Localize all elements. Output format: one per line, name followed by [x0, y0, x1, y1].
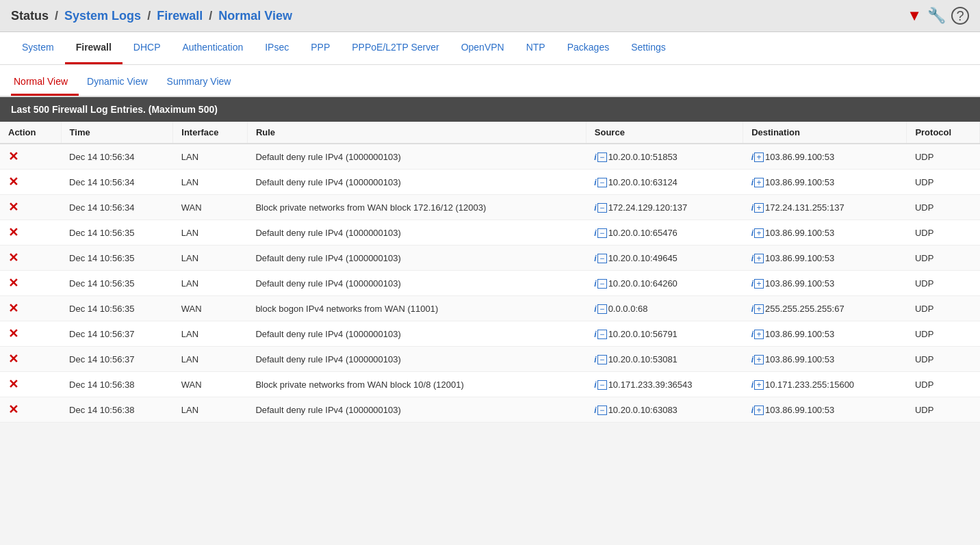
protocol-cell: UDP: [907, 195, 980, 220]
dest-address: 103.86.99.100:53: [765, 253, 834, 263]
breadcrumb-firewall[interactable]: Firewall: [157, 9, 203, 23]
action-cell[interactable]: ✕: [0, 220, 61, 245]
source-info-icon[interactable]: i: [594, 304, 596, 314]
breadcrumb: Status / System Logs / Firewall / Normal…: [11, 9, 292, 23]
source-minus-icon[interactable]: −: [597, 203, 607, 213]
dest-plus-icon[interactable]: +: [754, 380, 764, 390]
source-minus-icon[interactable]: −: [597, 254, 607, 263]
destination-cell: i+103.86.99.100:53: [743, 347, 907, 372]
destination-cell: i+103.86.99.100:53: [743, 321, 907, 347]
source-address: 10.20.0.10:64260: [608, 278, 678, 289]
breadcrumb-normal-view[interactable]: Normal View: [218, 9, 292, 23]
dest-info-icon[interactable]: i: [751, 152, 753, 162]
protocol-cell: UDP: [907, 220, 980, 245]
source-minus-icon[interactable]: −: [597, 355, 607, 364]
source-minus-icon[interactable]: −: [597, 152, 607, 162]
tab-openvpn[interactable]: OpenVPN: [450, 32, 515, 64]
dest-plus-icon[interactable]: +: [754, 203, 764, 213]
interface-cell: WAN: [173, 372, 248, 397]
source-minus-icon[interactable]: −: [597, 330, 607, 339]
action-cell[interactable]: ✕: [0, 347, 61, 372]
source-minus-icon[interactable]: −: [597, 228, 607, 238]
table-header: Last 500 Firewall Log Entries. (Maximum …: [0, 97, 980, 122]
tab-system[interactable]: System: [11, 32, 65, 64]
tab-authentication[interactable]: Authentication: [172, 32, 255, 64]
tab-dhcp[interactable]: DHCP: [122, 32, 172, 64]
protocol-cell: UDP: [907, 321, 980, 347]
subtab-dynamic-view[interactable]: Dynamic View: [84, 70, 158, 96]
time-cell: Dec 14 10:56:35: [61, 296, 173, 321]
dest-info-icon[interactable]: i: [751, 380, 753, 390]
dest-info-icon[interactable]: i: [751, 228, 753, 238]
action-cell[interactable]: ✕: [0, 245, 61, 271]
source-cell: i−10.20.0.10:53081: [586, 347, 743, 372]
table-header-row: Action Time Interface Rule Source Destin…: [0, 122, 980, 144]
tab-ppp[interactable]: PPP: [300, 32, 341, 64]
source-minus-icon[interactable]: −: [597, 178, 607, 187]
action-cell[interactable]: ✕: [0, 321, 61, 347]
source-info-icon[interactable]: i: [594, 279, 596, 289]
source-address: 10.20.0.10:63083: [608, 405, 678, 415]
tab-ntp[interactable]: NTP: [515, 32, 556, 64]
tab-settings[interactable]: Settings: [620, 32, 677, 64]
help-icon[interactable]: ?: [951, 7, 969, 25]
dest-plus-icon[interactable]: +: [754, 406, 764, 415]
action-cell[interactable]: ✕: [0, 195, 61, 220]
source-info-icon[interactable]: i: [594, 203, 596, 213]
tab-ipsec[interactable]: IPsec: [254, 32, 300, 64]
source-minus-icon[interactable]: −: [597, 380, 607, 390]
tab-packages[interactable]: Packages: [556, 32, 620, 64]
source-info-icon[interactable]: i: [594, 330, 596, 339]
action-cell[interactable]: ✕: [0, 296, 61, 321]
action-cell[interactable]: ✕: [0, 271, 61, 296]
interface-cell: LAN: [173, 271, 248, 296]
dest-plus-icon[interactable]: +: [754, 330, 764, 339]
breadcrumb-system-logs[interactable]: System Logs: [64, 9, 141, 23]
action-cell[interactable]: ✕: [0, 397, 61, 423]
filter-icon[interactable]: ▼: [907, 7, 922, 25]
wrench-icon[interactable]: 🔧: [927, 7, 946, 25]
dest-info-icon[interactable]: i: [751, 279, 753, 289]
table-row: ✕Dec 14 10:56:38WANBlock private network…: [0, 372, 980, 397]
dest-info-icon[interactable]: i: [751, 254, 753, 263]
dest-plus-icon[interactable]: +: [754, 152, 764, 162]
action-cell[interactable]: ✕: [0, 372, 61, 397]
source-minus-icon[interactable]: −: [597, 406, 607, 415]
dest-plus-icon[interactable]: +: [754, 279, 764, 289]
protocol-cell: UDP: [907, 397, 980, 423]
source-address: 10.20.0.10:56791: [608, 329, 678, 339]
action-cell[interactable]: ✕: [0, 170, 61, 195]
source-info-icon[interactable]: i: [594, 228, 596, 238]
tab-firewall[interactable]: Firewall: [65, 32, 122, 64]
destination-cell: i+255.255.255.255:67: [743, 296, 907, 321]
breadcrumb-sep3: /: [209, 9, 212, 23]
dest-info-icon[interactable]: i: [751, 355, 753, 364]
col-rule: Rule: [247, 122, 586, 144]
dest-plus-icon[interactable]: +: [754, 304, 764, 314]
dest-address: 172.24.131.255:137: [765, 202, 844, 213]
tab-pppoe-l2tp[interactable]: PPPoE/L2TP Server: [341, 32, 450, 64]
source-info-icon[interactable]: i: [594, 152, 596, 162]
dest-info-icon[interactable]: i: [751, 330, 753, 339]
dest-plus-icon[interactable]: +: [754, 228, 764, 238]
breadcrumb-status: Status: [11, 9, 49, 23]
dest-info-icon[interactable]: i: [751, 178, 753, 187]
source-info-icon[interactable]: i: [594, 380, 596, 390]
source-info-icon[interactable]: i: [594, 254, 596, 263]
source-minus-icon[interactable]: −: [597, 279, 607, 289]
dest-info-icon[interactable]: i: [751, 203, 753, 213]
source-info-icon[interactable]: i: [594, 178, 596, 187]
subtab-summary-view[interactable]: Summary View: [164, 70, 242, 96]
protocol-cell: UDP: [907, 170, 980, 195]
source-info-icon[interactable]: i: [594, 355, 596, 364]
table-section: Last 500 Firewall Log Entries. (Maximum …: [0, 97, 980, 423]
action-cell[interactable]: ✕: [0, 144, 61, 170]
source-minus-icon[interactable]: −: [597, 304, 607, 314]
dest-info-icon[interactable]: i: [751, 304, 753, 314]
source-info-icon[interactable]: i: [594, 406, 596, 415]
subtab-normal-view[interactable]: Normal View: [11, 70, 79, 96]
dest-plus-icon[interactable]: +: [754, 178, 764, 187]
dest-info-icon[interactable]: i: [751, 406, 753, 415]
dest-plus-icon[interactable]: +: [754, 254, 764, 263]
dest-plus-icon[interactable]: +: [754, 355, 764, 364]
